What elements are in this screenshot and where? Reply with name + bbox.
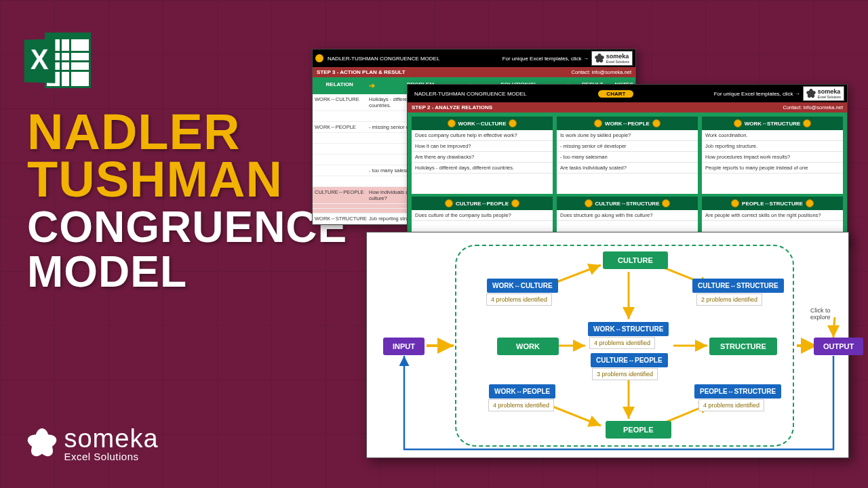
ss2-title: NADLER-TUSHMAN CONGRUENCE MODEL bbox=[414, 91, 526, 97]
relation-culture-people-sub: 3 problems identified bbox=[592, 368, 658, 380]
card-line: - too many salesman bbox=[557, 152, 698, 163]
card-line: How it can be improved? bbox=[412, 141, 553, 152]
relation-work-people-sub: 4 problems identified bbox=[488, 399, 554, 411]
card-line: Holidays - different days, different cou… bbox=[412, 163, 553, 174]
medal-icon bbox=[662, 199, 670, 207]
ss2-topbar: NADLER-TUSHMAN CONGRUENCE MODEL CHART Fo… bbox=[408, 85, 847, 102]
medal-icon bbox=[448, 119, 456, 127]
screenshot-step2: NADLER-TUSHMAN CONGRUENCE MODEL CHART Fo… bbox=[407, 84, 848, 246]
ss2-step-label: STEP 2 - ANALYZE RELATIONS bbox=[412, 104, 492, 110]
title-line-2: TUSHMAN bbox=[27, 156, 347, 203]
brand-name: someka bbox=[64, 424, 158, 453]
ss1-topnote: For unique Excel templates, click → bbox=[502, 56, 589, 62]
title-line-4: MODEL bbox=[27, 251, 347, 292]
relation-work-culture-sub: 4 problems identified bbox=[486, 293, 552, 306]
card-line: - missing senior c# developer bbox=[557, 141, 698, 152]
card-header: WORK↔STRUCTURE bbox=[702, 117, 843, 130]
card-header: WORK↔PEOPLE bbox=[557, 117, 698, 130]
brand-logo: someka Excel Solutions bbox=[27, 424, 159, 462]
node-work[interactable]: WORK bbox=[497, 338, 559, 355]
bullet-icon bbox=[315, 54, 323, 62]
chart-button[interactable]: CHART bbox=[598, 90, 633, 98]
relation-card: WORK↔STRUCTUREWork coordination.Job repo… bbox=[702, 117, 843, 194]
someka-badge[interactable]: somekaExcel Solutions bbox=[803, 86, 844, 101]
medal-icon bbox=[585, 199, 593, 207]
medal-icon bbox=[594, 119, 602, 127]
relation-people-structure[interactable]: PEOPLE↔STRUCTURE bbox=[694, 384, 781, 399]
medal-icon bbox=[652, 119, 660, 127]
card-line: Are people with correct skills on the ri… bbox=[702, 210, 843, 221]
ss1-contact: Contact: info@someka.net bbox=[572, 69, 632, 75]
relation-work-culture[interactable]: WORK↔CULTURE bbox=[487, 279, 558, 293]
card-line: Does structure go along with the culture… bbox=[557, 210, 698, 221]
relation-work-structure[interactable]: WORK↔STRUCTURE bbox=[588, 322, 669, 336]
node-people[interactable]: PEOPLE bbox=[606, 421, 671, 439]
node-structure[interactable]: STRUCTURE bbox=[709, 338, 777, 355]
card-line: Are tasks individually scaled? bbox=[557, 163, 698, 174]
card-line: Is work done by skilled people? bbox=[557, 130, 698, 141]
excel-x-badge: X bbox=[24, 39, 56, 83]
page-title: NADLER TUSHMAN CONGRUENCE MODEL bbox=[27, 108, 347, 292]
node-input[interactable]: INPUT bbox=[383, 338, 425, 355]
col-relation: RELATION bbox=[313, 80, 367, 92]
node-culture[interactable]: CULTURE bbox=[603, 251, 668, 269]
relation-culture-structure[interactable]: CULTURE↔STRUCTURE bbox=[692, 279, 784, 293]
relation-card: WORK↔CULTUREDoes company culture help in… bbox=[412, 117, 553, 194]
medal-icon bbox=[734, 119, 742, 127]
card-line: Does culture of the company suits people… bbox=[412, 210, 553, 221]
relation-work-people[interactable]: WORK↔PEOPLE bbox=[489, 384, 555, 399]
node-output[interactable]: OUTPUT bbox=[814, 338, 863, 355]
medal-icon bbox=[731, 199, 739, 207]
card-line: Does company culture help in effective w… bbox=[412, 130, 553, 141]
arrow-icon: ➜ bbox=[367, 80, 377, 92]
card-line: How procedures impact work results? bbox=[702, 152, 843, 163]
card-line: Work coordination. bbox=[702, 130, 843, 141]
congruence-diagram: INPUT OUTPUT Click to explore CULTURE WO… bbox=[366, 232, 849, 458]
ss2-stepbar: STEP 2 - ANALYZE RELATIONS Contact: info… bbox=[408, 102, 847, 113]
click-to-explore-label: Click to explore bbox=[810, 307, 848, 321]
medal-icon bbox=[509, 119, 517, 127]
card-header: PEOPLE↔STRUCTURE bbox=[702, 197, 843, 210]
relation-work-structure-sub: 4 problems identified bbox=[589, 337, 655, 349]
relation-people-structure-sub: 4 problems identified bbox=[698, 399, 764, 411]
medal-icon bbox=[511, 199, 519, 207]
card-header: CULTURE↔STRUCTURE bbox=[557, 197, 698, 210]
excel-icon: X bbox=[23, 27, 91, 95]
relation-card: WORK↔PEOPLEIs work done by skilled peopl… bbox=[557, 117, 698, 194]
card-header: CULTURE↔PEOPLE bbox=[412, 197, 553, 210]
card-line: Are there any drawbacks? bbox=[412, 152, 553, 163]
card-line: People reports to many people instead of… bbox=[702, 163, 843, 174]
ss1-step-label: STEP 3 - ACTION PLAN & RESULT bbox=[317, 69, 406, 75]
card-header: WORK↔CULTURE bbox=[412, 117, 553, 130]
ss2-contact: Contact: info@someka.net bbox=[783, 104, 844, 110]
relation-culture-people[interactable]: CULTURE↔PEOPLE bbox=[591, 353, 668, 367]
flower-icon bbox=[27, 428, 57, 458]
title-line-3: CONGRUENCE bbox=[27, 207, 347, 247]
medal-icon bbox=[803, 119, 811, 127]
someka-badge[interactable]: somekaExcel Solutions bbox=[591, 51, 633, 66]
ss2-topnote: For unique Excel templates, click → bbox=[714, 91, 800, 97]
medal-icon bbox=[445, 199, 453, 207]
ss1-stepbar: STEP 3 - ACTION PLAN & RESULT Contact: i… bbox=[313, 67, 635, 77]
relation-culture-structure-sub: 2 problems identified bbox=[696, 293, 762, 306]
ss1-title: NADLER-TUSHMAN CONGRUENCE MODEL bbox=[328, 56, 439, 62]
ss1-topbar: NADLER-TUSHMAN CONGRUENCE MODEL For uniq… bbox=[313, 49, 635, 67]
ss2-cards-row1: WORK↔CULTUREDoes company culture help in… bbox=[408, 113, 847, 195]
title-line-1: NADLER bbox=[27, 108, 347, 156]
medal-icon bbox=[806, 199, 814, 207]
card-line: Job reporting structure. bbox=[702, 141, 843, 152]
